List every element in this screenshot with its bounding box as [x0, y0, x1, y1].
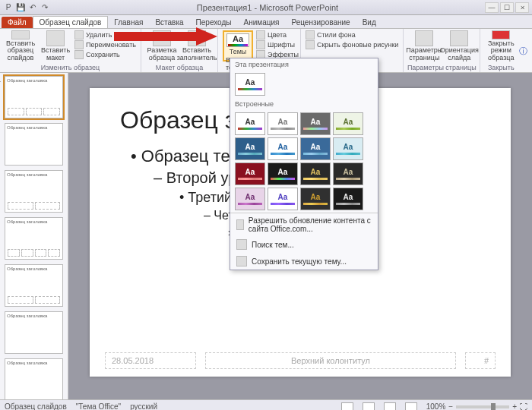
preserve-icon: [74, 50, 84, 59]
view-sorter-button[interactable]: [363, 402, 375, 411]
master-thumbnail[interactable]: 1 Образец заголовка: [5, 76, 63, 118]
fit-to-window-button[interactable]: ⛶: [520, 402, 527, 410]
themes-gallery-popup: Эта презентация Aa Встроенные AaAaAaAaAa…: [230, 58, 378, 270]
close-master-button[interactable]: Закрыть режим образца: [485, 30, 517, 62]
app-icon: P: [3, 2, 14, 13]
qat-undo-icon[interactable]: ↶: [27, 2, 38, 13]
layout-thumbnail[interactable]: Образец заголовка: [5, 217, 63, 260]
themes-button[interactable]: Aa Темы Все темы ▾: [223, 30, 253, 62]
master-layout-label: Разметка образца: [146, 47, 178, 62]
pagenum-placeholder[interactable]: #: [465, 352, 496, 369]
delete-icon: [74, 30, 84, 39]
theme-swatch[interactable]: Aa: [268, 162, 298, 185]
zoom-value[interactable]: 100%: [426, 402, 446, 410]
hide-bg-checkbox[interactable]: Скрыть фоновые рисунки: [306, 40, 398, 49]
themes-label: Темы: [230, 48, 247, 55]
layout-thumbnail[interactable]: Образец заголовка: [5, 311, 63, 354]
page-setup-label: Параметры страницы: [406, 47, 442, 62]
page-setup-button[interactable]: Параметры страницы: [408, 30, 440, 62]
status-language[interactable]: русский: [130, 402, 157, 410]
layout-thumbnail[interactable]: Образец заголовка: [5, 264, 63, 307]
delete-button[interactable]: Удалить: [74, 30, 136, 39]
view-slideshow-button[interactable]: [405, 402, 417, 411]
help-icon[interactable]: ⓘ: [519, 46, 527, 57]
tab-transitions[interactable]: Переходы: [190, 17, 238, 28]
layout-thumbnail[interactable]: Образец заголовка: [5, 123, 63, 166]
themes-icon: Aa: [226, 33, 249, 47]
insert-slide-master-button[interactable]: Вставить образец слайдов: [5, 30, 36, 62]
close-button[interactable]: ⨉: [515, 2, 529, 13]
rename-button[interactable]: Переименовать: [74, 40, 136, 49]
theme-swatch[interactable]: Aa: [333, 137, 363, 160]
qat-redo-icon[interactable]: ↷: [40, 2, 50, 13]
minimize-button[interactable]: —: [485, 2, 499, 13]
bg-styles-button[interactable]: Стили фона: [306, 30, 398, 39]
orientation-label: Ориентация слайда: [440, 47, 479, 62]
preserve-button[interactable]: Сохранить: [74, 50, 136, 59]
master-layout-button[interactable]: Разметка образца: [146, 30, 178, 62]
thumb-number: 1: [0, 77, 1, 84]
thumbnail-panel[interactable]: 1 Образец заголовка Образец заголовка Об…: [0, 73, 68, 399]
tab-view[interactable]: Вид: [356, 17, 382, 28]
insert-slide-master-label: Вставить образец слайдов: [5, 40, 36, 62]
enable-office-updates-item[interactable]: Разрешить обновление контента с сайта Of…: [230, 213, 378, 236]
rename-icon: [74, 40, 84, 49]
master-layout-icon: [153, 30, 171, 46]
theme-swatch[interactable]: Aa: [235, 112, 265, 135]
tab-insert[interactable]: Вставка: [149, 17, 189, 28]
theme-swatch[interactable]: Aa: [333, 162, 363, 185]
title-bar: P 💾 ↶ ↷ Презентация1 - Microsoft PowerPo…: [0, 0, 532, 15]
theme-swatch[interactable]: Aa: [300, 188, 331, 210]
zoom-out-button[interactable]: −: [448, 402, 453, 410]
checkbox-icon: [306, 40, 315, 49]
theme-swatch[interactable]: Aa: [268, 112, 298, 135]
colors-button[interactable]: Цвета: [256, 30, 299, 39]
qat-save-icon[interactable]: 💾: [15, 2, 26, 13]
layout-thumbnail[interactable]: Образец заголовка: [5, 358, 63, 399]
view-reading-button[interactable]: [384, 402, 396, 411]
theme-swatch[interactable]: Aa: [300, 112, 331, 135]
theme-swatch[interactable]: Aa: [235, 188, 265, 210]
office-icon: [236, 219, 244, 230]
browse-themes-item[interactable]: Поиск тем...: [230, 236, 378, 253]
placeholder-icon: [188, 30, 206, 46]
view-normal-button[interactable]: [341, 402, 353, 411]
tab-file[interactable]: Файл: [2, 17, 33, 28]
theme-swatch[interactable]: Aa: [300, 137, 331, 160]
theme-swatch[interactable]: Aa: [235, 162, 265, 185]
theme-swatch[interactable]: Aa: [268, 137, 298, 160]
date-placeholder[interactable]: 28.05.2018: [105, 352, 196, 369]
thumb-title: Образец заголовка: [7, 78, 61, 83]
layout-icon: [46, 30, 65, 46]
theme-swatch[interactable]: Aa: [268, 188, 298, 210]
layout-thumbnail[interactable]: Образец заголовка: [5, 170, 63, 213]
fonts-button[interactable]: Шрифты: [256, 40, 299, 49]
theme-swatch-current[interactable]: Aa: [235, 73, 265, 96]
theme-swatch[interactable]: Aa: [235, 137, 265, 160]
insert-layout-button[interactable]: Вставить макет: [40, 30, 71, 62]
save-current-theme-item[interactable]: Сохранить текущую тему...: [230, 253, 378, 270]
section-this-presentation: Эта презентация: [230, 58, 378, 71]
status-bar: Образец слайдов "Тема Office" русский 10…: [0, 399, 532, 410]
group-page-label: Параметры страницы: [404, 64, 480, 71]
theme-swatch[interactable]: Aa: [333, 112, 363, 135]
theme-swatch[interactable]: Aa: [300, 162, 331, 185]
tab-animation[interactable]: Анимация: [237, 17, 285, 28]
theme-swatch[interactable]: Aa: [333, 188, 363, 210]
insert-layout-label: Вставить макет: [40, 47, 71, 62]
footer-placeholder[interactable]: Верхний колонтитул: [205, 352, 456, 369]
placeholders-label: Вставить заполнитель: [177, 47, 217, 62]
tab-home[interactable]: Главная: [108, 17, 149, 28]
zoom-in-button[interactable]: +: [512, 402, 517, 410]
tab-slide-master[interactable]: Образец слайдов: [33, 16, 109, 28]
placeholders-button[interactable]: Вставить заполнитель: [181, 30, 213, 62]
zoom-slider[interactable]: [456, 405, 509, 408]
maximize-button[interactable]: ☐: [500, 2, 514, 13]
colors-icon: [256, 30, 265, 39]
fonts-icon: [256, 40, 265, 49]
orientation-icon: [450, 30, 468, 46]
save-icon: [236, 256, 247, 266]
orientation-button[interactable]: Ориентация слайда: [443, 30, 475, 62]
tab-review[interactable]: Рецензирование: [285, 17, 356, 28]
ribbon-tabs: Файл Образец слайдов Главная Вставка Пер…: [0, 15, 532, 29]
